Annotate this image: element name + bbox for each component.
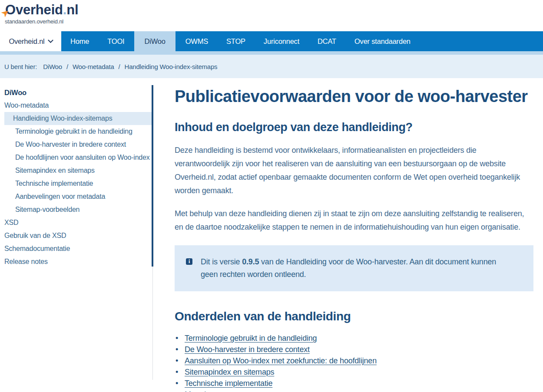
list-item: Aansluiten op Woo-index met zoekfunctie:… <box>175 357 533 365</box>
nav-dropdown-label: Overheid.nl <box>9 37 44 46</box>
version-number: 0.9.5 <box>242 257 259 266</box>
intro-heading: Inhoud en doelgroep van deze handleiding… <box>175 120 533 134</box>
divider-light-segment <box>152 267 153 380</box>
nav-bottom-strip <box>0 51 543 55</box>
infobox-text: Dit is versie 0.9.5 van de Handleiding v… <box>201 256 509 281</box>
nav-item-stop[interactable]: STOP <box>217 31 255 51</box>
site-subtitle: standaarden.overheid.nl <box>5 18 543 25</box>
info-icon: i <box>186 258 192 265</box>
logo-dot: . <box>63 2 66 17</box>
breadcrumb-separator: / <box>119 63 120 70</box>
sidebar-item-handleiding-woo-index-sitemaps[interactable]: Handleiding Woo-index-sitemaps <box>4 112 152 125</box>
sidebar-item-gebruik-xsd[interactable]: Gebruik van de XSD <box>4 229 152 242</box>
nav-item-diwoo[interactable]: DiWoo <box>134 31 175 51</box>
sidebar-item-woo-harvester-context[interactable]: De Woo-harvester in bredere context <box>4 138 152 151</box>
handbook-links-list: Terminologie gebruikt in de handleiding … <box>175 334 533 392</box>
site-logo[interactable]: ➤Overheid.nl <box>4 3 78 17</box>
sidebar-item-hoofdlijnen[interactable]: De hoofdlijnen voor aansluiten op Woo-in… <box>4 151 152 164</box>
version-infobox: i Dit is versie 0.9.5 van de Handleiding… <box>175 245 533 291</box>
nav-item-home[interactable]: Home <box>61 31 98 51</box>
divider-dark-segment <box>152 85 153 267</box>
logo-name: Overheid <box>5 2 63 17</box>
main-navigation: Overheid.nl Home TOOI DiWoo OWMS STOP Ju… <box>0 31 543 51</box>
nav-item-juriconnect[interactable]: Juriconnect <box>255 31 308 51</box>
nav-item-dcat[interactable]: DCAT <box>308 31 345 51</box>
link-aansluiten-woo-index[interactable]: Aansluiten op Woo-index met zoekfunctie:… <box>185 356 377 365</box>
breadcrumb: U bent hier: DiWoo / Woo-metadata / Hand… <box>0 55 543 78</box>
breadcrumb-prefix: U bent hier: <box>4 63 37 70</box>
chevron-down-icon <box>48 37 53 43</box>
sidebar-item-woo-metadata[interactable]: Woo-metadata <box>4 99 152 112</box>
main-area: DiWoo Woo-metadata Handleiding Woo-index… <box>0 78 543 392</box>
sidebar-item-sitemapindex[interactable]: Sitemapindex en sitemaps <box>4 164 152 177</box>
link-metadata[interactable]: Metadata <box>185 390 216 392</box>
site-header: ➤Overheid.nl standaarden.overheid.nl <box>0 0 543 31</box>
sidebar-navigation: DiWoo Woo-metadata Handleiding Woo-index… <box>4 85 152 392</box>
sidebar-item-technische-implementatie[interactable]: Technische implementatie <box>4 177 152 190</box>
article-content: Publicatievoorwaarden voor de woo-harves… <box>175 85 533 392</box>
sidebar-item-xsd[interactable]: XSD <box>4 216 152 229</box>
link-sitemapindex[interactable]: Sitemapindex en sitemaps <box>185 368 274 376</box>
list-item: De Woo-harvester in bredere context <box>175 346 533 353</box>
breadcrumb-link-woo-metadata[interactable]: Woo-metadata <box>73 63 114 70</box>
nav-domain-dropdown[interactable]: Overheid.nl <box>0 31 61 51</box>
breadcrumb-link-diwoo[interactable]: DiWoo <box>43 63 62 70</box>
sidebar-item-diwoo[interactable]: DiWoo <box>4 86 152 99</box>
sidebar-item-terminologie[interactable]: Terminologie gebruikt in de handleiding <box>4 125 152 138</box>
link-woo-harvester-context[interactable]: De Woo-harvester in bredere context <box>185 345 310 354</box>
sidebar-item-sitemap-voorbeelden[interactable]: Sitemap-voorbeelden <box>4 203 152 216</box>
page-title: Publicatievoorwaarden voor de woo-harves… <box>175 87 533 106</box>
sidebar-item-schemadocumentatie[interactable]: Schemadocumentatie <box>4 242 152 255</box>
breadcrumb-link-handleiding[interactable]: Handleiding Woo-index-sitemaps <box>125 63 218 70</box>
nav-item-tooi[interactable]: TOOI <box>98 31 133 51</box>
intro-paragraph-2: Met behulp van deze handleiding dienen z… <box>175 207 533 234</box>
parts-heading: Onderdelen van de handleiding <box>175 310 533 323</box>
link-terminologie[interactable]: Terminologie gebruikt in de handleiding <box>185 334 317 343</box>
breadcrumb-separator: / <box>66 63 68 70</box>
sidebar-item-aanbevelingen-metadata[interactable]: Aanbevelingen voor metadata <box>4 190 152 203</box>
logo-tld: nl <box>66 2 78 17</box>
intro-paragraph-1: Deze handleiding is bestemd voor ontwikk… <box>175 144 533 198</box>
list-item: Technische implementatie <box>175 379 533 387</box>
nav-item-over-standaarden[interactable]: Over standaarden <box>345 31 420 51</box>
nav-item-owms[interactable]: OWMS <box>176 31 217 51</box>
sidebar-item-release-notes[interactable]: Release notes <box>4 255 152 268</box>
link-technische-implementatie[interactable]: Technische implementatie <box>185 379 272 388</box>
list-item: Terminologie gebruikt in de handleiding <box>175 334 533 342</box>
sidebar-divider <box>152 85 153 392</box>
list-item: Sitemapindex en sitemaps <box>175 368 533 376</box>
